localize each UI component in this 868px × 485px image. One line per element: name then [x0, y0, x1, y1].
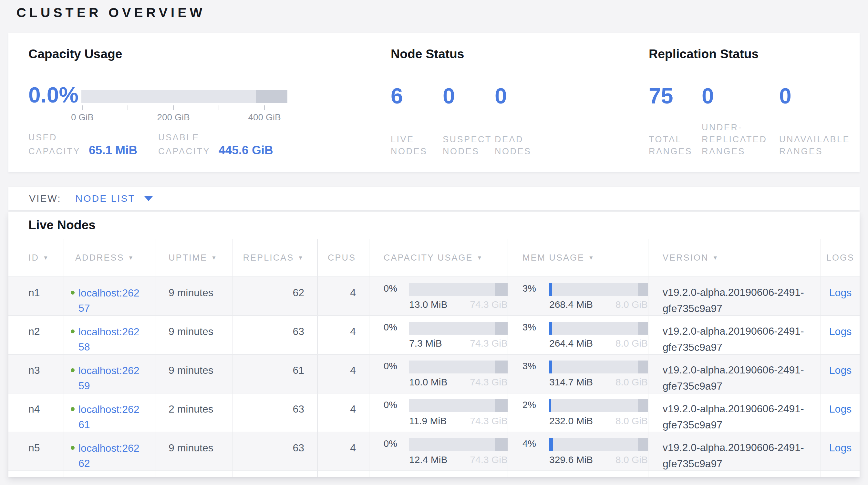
view-bar: VIEW: NODE LIST: [8, 187, 860, 210]
column-header-label: ID: [28, 253, 39, 263]
mem-used-value: 314.7 MiB: [549, 377, 593, 393]
node-id-cell: n4: [8, 394, 64, 432]
capacity-usage-bar: [409, 399, 507, 412]
empty-cell: [317, 471, 369, 477]
page-title: CLUSTER OVERVIEW: [17, 5, 206, 20]
node-address-line1: localhost:262: [79, 324, 140, 340]
axis-tick-label: 0 GiB: [71, 112, 94, 122]
node-address-link[interactable]: localhost:262 57: [79, 286, 140, 315]
node-id-cell: n5: [8, 432, 64, 470]
used-capacity-value: 65.1 MiB: [89, 144, 137, 157]
mem-bar-fill: [549, 322, 552, 335]
version-line1: v19.2.0-alpha.20190606-2491-: [662, 284, 820, 301]
node-version-cell: v19.2.0-alpha.20190606-2491- gfe735c9a97: [648, 355, 820, 393]
mem-percent-label: 4%: [523, 438, 546, 449]
view-selected-value: NODE LIST: [75, 193, 135, 204]
mem-usage-bar: [549, 361, 648, 373]
node-logs-cell: Logs: [820, 316, 860, 354]
summary-stat-value: 0: [779, 83, 863, 108]
column-header-label: ADDRESS: [75, 253, 124, 263]
capacity-bar-dark-segment: [495, 399, 507, 412]
mem-usage-bar: [549, 438, 648, 451]
view-selector-dropdown[interactable]: NODE LIST: [75, 193, 152, 204]
node-address-line1: localhost:262: [79, 286, 140, 301]
node-address-line2: 58: [79, 340, 140, 354]
column-header-mem-usage[interactable]: MEM USAGE▼: [507, 239, 648, 277]
summary-stat: 6LIVENODES: [391, 83, 443, 158]
node-cpus-cell: 4: [317, 355, 369, 393]
mem-percent-label: 3%: [523, 322, 546, 333]
mem-total-value: 8.0 GiB: [616, 338, 648, 354]
node-id-cell: n2: [8, 316, 64, 354]
live-status-dot-icon: [71, 446, 74, 450]
capacity-bar-dark-segment: [495, 438, 507, 451]
node-address-link[interactable]: localhost:262 58: [79, 324, 140, 354]
node-mem-usage-cell: 3% 268.4 MiB 8.0 GiB: [507, 277, 648, 315]
column-header-version[interactable]: VERSION▼: [648, 239, 820, 277]
empty-cell: [232, 471, 317, 477]
node-mem-usage-cell: 3% 264.4 MiB 8.0 GiB: [507, 316, 648, 354]
mem-percent-label: 3%: [523, 361, 546, 372]
node-address-cell: localhost:262 61: [64, 394, 156, 432]
logs-link[interactable]: Logs: [829, 442, 851, 454]
capacity-values: 11.9 MiB 74.3 GiB: [409, 416, 507, 432]
replication-status-title: Replication Status: [649, 47, 758, 61]
node-uptime-cell: 2 minutes: [156, 394, 232, 432]
usable-capacity-stat: USABLE CAPACITY 445.6 GiB: [158, 132, 273, 158]
axis-tick-label: 400 GiB: [248, 112, 281, 122]
node-address-link[interactable]: localhost:262 61: [79, 402, 140, 432]
version-line2: gfe735c9a97: [662, 417, 820, 432]
summary-stat-label-line: NODES: [443, 145, 495, 158]
node-capacity-usage-cell: 0% 11.9 MiB 74.3 GiB: [369, 394, 507, 432]
capacity-used-percent: 0.0%: [28, 82, 79, 107]
capacity-usage-bar: [409, 438, 507, 451]
mem-bar-dark-segment: [638, 438, 648, 451]
mem-bar-fill: [549, 399, 551, 412]
column-header-label: VERSION: [662, 253, 709, 263]
live-status-dot-icon: [71, 330, 74, 333]
logs-link[interactable]: Logs: [829, 325, 851, 337]
summary-stat-label: DEADNODES: [495, 134, 559, 158]
version-line2: gfe735c9a97: [662, 456, 820, 470]
capacity-gauge-dark-segment: [256, 90, 287, 103]
replication-status-stats: 75TOTALRANGES0UNDER-REPLICATEDRANGES0UNA…: [649, 83, 863, 158]
column-header-address[interactable]: ADDRESS▼: [64, 239, 156, 277]
column-header-replicas[interactable]: REPLICAS▼: [232, 239, 317, 277]
node-logs-cell: Logs: [820, 277, 860, 315]
node-address-link[interactable]: localhost:262 59: [79, 363, 140, 393]
node-address-cell: localhost:262 58: [64, 316, 156, 354]
mem-bar-dark-segment: [638, 399, 648, 412]
logs-link[interactable]: Logs: [829, 364, 851, 376]
node-mem-usage-cell: 2% 232.0 MiB 8.0 GiB: [507, 394, 648, 432]
node-address-line2: 62: [79, 456, 140, 470]
capacity-total-value: 74.3 GiB: [470, 454, 507, 470]
node-logs-cell: Logs: [820, 432, 860, 470]
column-header-cpus: CPUS: [317, 239, 369, 277]
node-address-line1: localhost:262: [79, 363, 140, 378]
column-header-label: MEM USAGE: [523, 253, 585, 263]
axis-tick: [82, 106, 83, 110]
usable-capacity-value: 445.6 GiB: [219, 144, 273, 157]
logs-link[interactable]: Logs: [829, 287, 851, 298]
summary-stat-label: LIVENODES: [391, 134, 443, 158]
capacity-usage-bar: [409, 361, 507, 373]
column-header-id[interactable]: ID▼: [8, 239, 64, 277]
capacity-used-value: 11.9 MiB: [409, 416, 446, 432]
empty-cell: [507, 471, 648, 477]
live-nodes-title: Live Nodes: [28, 218, 96, 232]
table-row: n5 localhost:262 62 9 minutes 63 4 0% 12…: [8, 432, 860, 470]
mem-bar-fill: [549, 283, 552, 296]
mem-bar-dark-segment: [638, 283, 648, 296]
summary-stat-label-line: REPLICATED: [702, 134, 779, 145]
node-logs-cell: Logs: [820, 355, 860, 393]
column-header-uptime[interactable]: UPTIME▼: [156, 239, 232, 277]
view-label: VIEW:: [29, 193, 61, 204]
logs-link[interactable]: Logs: [829, 403, 851, 415]
column-header-capacity-usage[interactable]: CAPACITY USAGE▼: [369, 239, 507, 277]
node-address-link[interactable]: localhost:262 62: [79, 441, 140, 470]
capacity-percent-label: 0%: [383, 399, 406, 410]
summary-stat-label: TOTALRANGES: [649, 134, 702, 158]
sort-caret-icon: ▼: [298, 255, 304, 261]
mem-usage-bar: [549, 283, 648, 296]
mem-bar-dark-segment: [638, 322, 648, 335]
